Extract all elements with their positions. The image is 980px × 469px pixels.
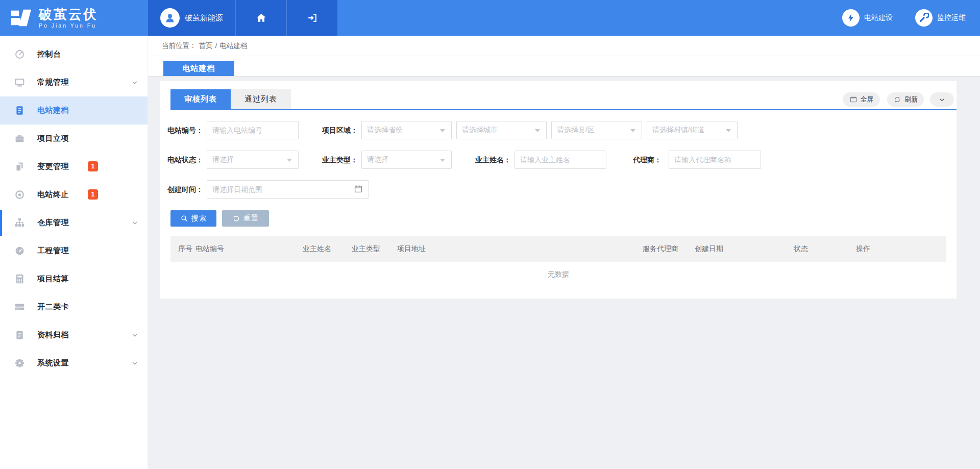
- brand-subtitle: Po Jian Yun Fu: [39, 22, 98, 29]
- page-tab-station-filing[interactable]: 电站建档: [163, 61, 234, 76]
- caret-down-icon: [630, 129, 635, 132]
- active-indicator-bar: [0, 210, 2, 236]
- lightning-icon: [842, 9, 860, 27]
- content-area: 审核列表 通过列表 全屏: [148, 77, 980, 469]
- table-empty-state: 无数据: [170, 262, 946, 287]
- chevron-down-icon: [131, 360, 138, 367]
- sidebar-item-console[interactable]: 控制台: [0, 40, 148, 68]
- notification-badge: 1: [88, 189, 98, 200]
- station-status-select[interactable]: 请选择: [207, 151, 299, 169]
- caret-down-icon: [287, 159, 292, 162]
- sidebar-item-station-termination[interactable]: 电站终止 1: [0, 181, 148, 209]
- district-select[interactable]: 请选择县/区: [551, 121, 642, 139]
- bank-card-icon: [14, 302, 25, 312]
- sidebar: 控制台 常规管理: [0, 36, 148, 469]
- sitemap-icon: [14, 217, 25, 228]
- brand-title: 破茧云伏: [39, 7, 98, 21]
- sidebar-item-data-archive[interactable]: 资料归档: [0, 321, 148, 349]
- home-icon: [256, 12, 267, 23]
- col-station-no: 电站编号: [195, 244, 303, 254]
- town-select[interactable]: 请选择村镇/街道: [647, 121, 738, 139]
- panel-card: 审核列表 通过列表 全屏: [160, 81, 957, 299]
- user-menu[interactable]: 破茧新能源: [148, 0, 236, 36]
- sidebar-item-system-settings[interactable]: 系统设置: [0, 349, 148, 377]
- station-no-label: 电站编号：: [160, 121, 203, 139]
- fullscreen-icon: [849, 95, 857, 104]
- col-seq: 序号: [178, 244, 195, 254]
- fullscreen-button[interactable]: 全屏: [843, 92, 880, 107]
- breadcrumb-separator: /: [215, 42, 217, 50]
- col-owner-name: 业主姓名: [303, 244, 352, 254]
- file-icon: [14, 330, 25, 340]
- owner-name-input[interactable]: [514, 151, 606, 169]
- city-select[interactable]: 请选择城市: [456, 121, 547, 139]
- sidebar-item-change-management[interactable]: 变更管理 1: [0, 153, 148, 181]
- col-owner-type: 业主类型: [352, 244, 397, 254]
- breadcrumb-home[interactable]: 首页: [199, 41, 213, 51]
- owner-type-select[interactable]: 请选择: [361, 151, 452, 169]
- wrench-icon: [915, 9, 933, 27]
- caret-down-icon: [535, 129, 540, 132]
- gauge-icon: [14, 245, 25, 256]
- top-nav: 破茧新能源: [148, 0, 338, 36]
- home-button[interactable]: [236, 0, 287, 36]
- module-station-construction[interactable]: 电站建设: [842, 9, 893, 27]
- table-header: 序号 电站编号 业主姓名 业主类型 项目地址 服务代理商 创建日期 状态 操作: [170, 236, 946, 262]
- chevron-down-icon: [131, 79, 138, 86]
- module-label: 电站建设: [864, 13, 893, 22]
- module-monitoring-ops[interactable]: 监控运维: [915, 9, 966, 27]
- col-actions: 操作: [856, 244, 870, 254]
- station-no-input[interactable]: [207, 121, 299, 139]
- reset-button[interactable]: 重置: [222, 210, 269, 227]
- gear-icon: [14, 358, 25, 368]
- breadcrumb: 当前位置： 首页 / 电站建档: [148, 36, 980, 56]
- caret-down-icon: [726, 129, 731, 132]
- briefcase-icon: [14, 133, 25, 144]
- notification-badge: 1: [88, 161, 98, 171]
- station-status-label: 电站状态：: [160, 151, 203, 169]
- sidebar-item-station-filing[interactable]: 电站建档: [0, 96, 148, 125]
- tab-passed-list[interactable]: 通过列表: [231, 89, 291, 109]
- region-label: 项目区域：: [313, 121, 358, 139]
- breadcrumb-prefix: 当前位置：: [162, 41, 197, 51]
- page-tab-bar: 电站建档: [148, 56, 980, 77]
- sidebar-item-open-type2-card[interactable]: 开二类卡: [0, 293, 148, 321]
- province-select[interactable]: 请选择省份: [361, 121, 452, 139]
- agent-input[interactable]: [669, 151, 761, 169]
- sidebar-item-warehouse-management[interactable]: 仓库管理: [0, 209, 148, 237]
- search-button[interactable]: 搜索: [170, 210, 216, 227]
- agent-label: 代理商：: [619, 151, 662, 169]
- collapse-panel-button[interactable]: [930, 92, 954, 107]
- sign-out-button[interactable]: [287, 0, 338, 36]
- monitor-icon: [14, 77, 25, 88]
- document-icon: [14, 105, 25, 116]
- record-circle-icon: [14, 189, 25, 200]
- brand: 破茧云伏 Po Jian Yun Fu: [0, 0, 148, 36]
- tab-review-list[interactable]: 审核列表: [170, 89, 231, 109]
- sign-out-icon: [307, 12, 318, 23]
- sidebar-item-project-settlement[interactable]: 项目结算: [0, 265, 148, 293]
- chevron-down-icon: [131, 332, 138, 339]
- caret-down-icon: [440, 129, 445, 132]
- caret-down-icon: [440, 159, 445, 162]
- col-project-address: 项目地址: [397, 244, 643, 254]
- col-status: 状态: [794, 244, 856, 254]
- sidebar-item-general-management[interactable]: 常规管理: [0, 68, 148, 96]
- sidebar-item-engineering-management[interactable]: 工程管理: [0, 237, 148, 265]
- header-right: 电站建设 监控运维: [338, 0, 980, 36]
- chevron-down-icon: [131, 219, 138, 227]
- col-service-agent: 服务代理商: [643, 244, 695, 254]
- calculator-icon: [14, 274, 25, 284]
- refresh-button[interactable]: 刷新: [887, 92, 924, 107]
- copy-documents-icon: [14, 161, 25, 172]
- dashboard-icon: [14, 49, 25, 60]
- user-avatar-icon: [160, 8, 180, 28]
- col-create-date: 创建日期: [695, 244, 794, 254]
- breadcrumb-current: 电站建档: [219, 41, 247, 51]
- brand-logo-icon: [9, 7, 33, 29]
- owner-name-label: 业主姓名：: [466, 151, 511, 169]
- sidebar-item-project-initiation[interactable]: 项目立项: [0, 125, 148, 153]
- main-area: 当前位置： 首页 / 电站建档 电站建档 审核列表 通过列表: [148, 36, 980, 469]
- refresh-icon: [893, 95, 901, 104]
- date-range-input[interactable]: [207, 180, 369, 199]
